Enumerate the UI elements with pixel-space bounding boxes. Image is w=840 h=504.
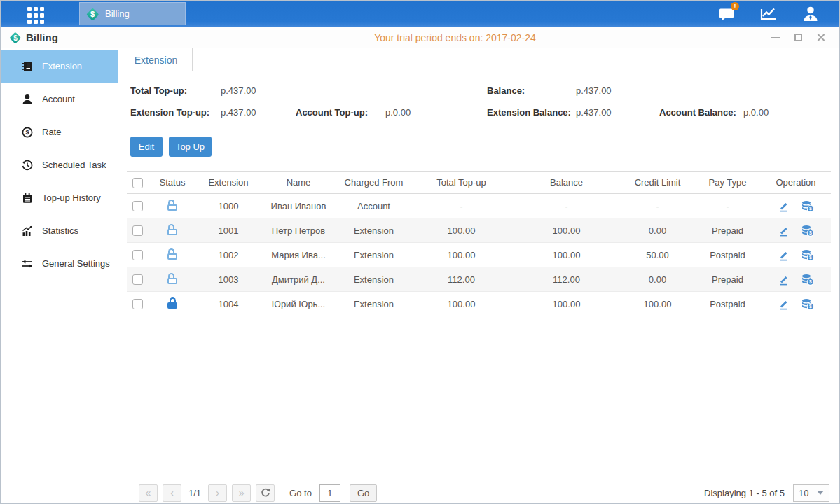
page-indicator: 1/1 xyxy=(188,488,201,498)
sidebar-item-statistics[interactable]: Statistics xyxy=(1,214,118,247)
col-name: Name xyxy=(260,177,337,188)
sidebar-item-topup-history[interactable]: Top-up History xyxy=(1,181,118,214)
table-row: 1003 Дмитрий Д... Extension 112.00 112.0… xyxy=(127,267,831,292)
sidebar-item-rate[interactable]: $ Rate xyxy=(1,115,118,148)
total-topup: 100.00 xyxy=(411,250,512,260)
account-topup-label: Account Top-up: xyxy=(296,107,368,118)
col-charged-from: Charged From xyxy=(337,177,411,188)
account-balance-label: Account Balance: xyxy=(659,107,736,118)
sidebar-item-label: Extension xyxy=(42,61,82,71)
notification-badge: ! xyxy=(731,2,739,10)
edit-icon[interactable] xyxy=(778,225,790,237)
page-size-select[interactable]: 10 xyxy=(793,484,829,502)
extension-name: Петр Петров xyxy=(260,225,337,236)
extension-topup-value: p.437.00 xyxy=(221,107,256,118)
select-all-checkbox[interactable] xyxy=(132,178,143,188)
lock-status-icon xyxy=(167,248,178,260)
extension-number: 1004 xyxy=(197,299,260,309)
edit-button[interactable]: Edit xyxy=(130,136,163,157)
credit-limit: 100.00 xyxy=(621,299,694,309)
col-extension: Extension xyxy=(197,177,260,188)
charged-from: Extension xyxy=(337,299,411,309)
table-row: 1000 Иван Иванов Account - - - - xyxy=(127,194,831,218)
goto-page-input[interactable] xyxy=(319,484,340,502)
sidebar-item-account[interactable]: Account xyxy=(1,83,118,115)
sidebar: Extension Account $ Rate Scheduled Task xyxy=(1,48,118,503)
user-account-icon[interactable] xyxy=(801,5,820,23)
displaying-status: Displaying 1 - 5 of 5 xyxy=(704,488,785,498)
col-operation: Operation xyxy=(761,177,831,188)
edit-icon[interactable] xyxy=(778,200,790,212)
sidebar-item-label: Rate xyxy=(42,127,61,137)
extension-balance-value: p.437.00 xyxy=(576,107,612,118)
col-total-topup: Total Top-up xyxy=(411,177,512,188)
charged-from: Account xyxy=(337,201,411,211)
extension-number: 1002 xyxy=(197,250,260,260)
sidebar-item-extension[interactable]: Extension xyxy=(1,50,118,83)
row-checkbox[interactable] xyxy=(132,250,143,260)
top-up-icon[interactable]: $ xyxy=(801,298,814,310)
app-grid-icon[interactable] xyxy=(27,7,44,24)
row-checkbox[interactable] xyxy=(132,274,143,285)
minimize-button[interactable] xyxy=(766,29,785,46)
extensions-table: Status Extension Name Charged From Total… xyxy=(127,171,831,316)
edit-icon[interactable] xyxy=(778,298,790,310)
sidebar-item-label: Scheduled Task xyxy=(42,160,106,170)
credit-limit: - xyxy=(621,201,694,211)
credit-limit: 0.00 xyxy=(621,225,694,236)
maximize-button[interactable] xyxy=(789,29,807,46)
top-up-icon[interactable]: $ xyxy=(801,200,814,212)
refresh-button[interactable] xyxy=(256,484,275,502)
table-row: 1004 Юрий Юрь... Extension 100.00 100.00… xyxy=(127,292,831,316)
total-topup-value: p.437.00 xyxy=(221,85,256,96)
edit-icon[interactable] xyxy=(778,249,790,261)
balance: 100.00 xyxy=(512,225,621,236)
top-up-icon[interactable]: $ xyxy=(801,249,814,261)
extension-name: Дмитрий Д... xyxy=(260,274,337,285)
pagination-bar: « ‹ 1/1 › » Go to Go Displaying 1 - 5 of… xyxy=(139,481,829,504)
close-button[interactable] xyxy=(811,29,829,46)
sidebar-item-label: Account xyxy=(42,94,75,104)
app-title-text: Billing xyxy=(26,31,58,43)
window-title: $ Billing xyxy=(1,31,155,43)
top-up-icon[interactable]: $ xyxy=(801,274,814,286)
go-button[interactable]: Go xyxy=(350,484,377,502)
first-page-button[interactable]: « xyxy=(139,484,158,502)
balance: 100.00 xyxy=(512,250,621,260)
row-checkbox[interactable] xyxy=(132,225,143,236)
person-icon xyxy=(22,94,33,105)
svg-text:$: $ xyxy=(809,230,812,236)
dollar-circle-icon: $ xyxy=(22,127,33,138)
extension-balance-label: Extension Balance: xyxy=(487,107,571,118)
last-page-button[interactable]: » xyxy=(232,484,251,502)
top-up-icon[interactable]: $ xyxy=(801,225,814,237)
table-row: 1002 Мария Ива... Extension 100.00 100.0… xyxy=(127,243,831,267)
pay-type: Prepaid xyxy=(694,225,761,236)
billing-diamond-icon: $ xyxy=(10,32,21,43)
sidebar-item-scheduled-task[interactable]: Scheduled Task xyxy=(1,148,118,181)
next-page-button[interactable]: › xyxy=(208,484,227,502)
total-topup: - xyxy=(411,201,512,211)
resource-monitor-icon[interactable] xyxy=(759,5,778,23)
extension-name: Мария Ива... xyxy=(260,250,337,260)
balance-label: Balance: xyxy=(487,85,525,96)
sidebar-item-label: Statistics xyxy=(42,225,78,236)
topbar-right-icons: ! xyxy=(717,1,820,27)
sidebar-item-general-settings[interactable]: General Settings xyxy=(1,247,118,280)
svg-text:$: $ xyxy=(25,129,29,136)
edit-icon[interactable] xyxy=(778,274,790,286)
taskbar-billing-tab[interactable]: $ Billing xyxy=(79,2,186,25)
charged-from: Extension xyxy=(337,274,411,285)
lock-status-icon xyxy=(167,224,178,235)
table-row: 1001 Петр Петров Extension 100.00 100.00… xyxy=(127,218,831,243)
billing-diamond-icon: $ xyxy=(86,8,99,20)
row-checkbox[interactable] xyxy=(132,299,143,309)
notifications-icon[interactable]: ! xyxy=(717,5,736,23)
col-credit-limit: Credit Limit xyxy=(621,177,694,188)
pay-type: Postpaid xyxy=(694,250,761,260)
prev-page-button[interactable]: ‹ xyxy=(163,484,181,502)
tab-extension[interactable]: Extension xyxy=(120,48,193,71)
extension-number: 1001 xyxy=(197,225,260,236)
top-up-button[interactable]: Top Up xyxy=(169,136,212,157)
row-checkbox[interactable] xyxy=(132,201,143,211)
